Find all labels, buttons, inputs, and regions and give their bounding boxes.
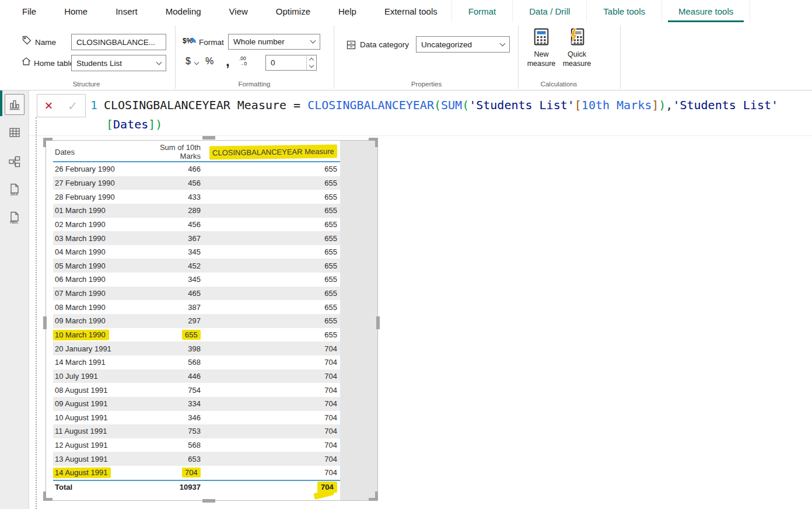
table-row[interactable]: 26 February 1990466655 — [53, 162, 340, 176]
dax-token: [ — [106, 117, 113, 131]
comma-icon[interactable]: , — [226, 53, 230, 69]
table-row[interactable]: 07 March 1990465655 — [53, 287, 340, 301]
table-cell: 456 — [152, 220, 202, 229]
resize-handle-bottom-right[interactable] — [369, 491, 378, 501]
tab-measure-tools[interactable]: Measure tools — [662, 0, 750, 22]
table-row[interactable]: 28 February 1990433655 — [53, 190, 340, 204]
table-cell: 433 — [152, 193, 202, 201]
table-row[interactable]: 12 August 1991568704 — [53, 438, 340, 452]
resize-handle-bottom[interactable] — [202, 499, 215, 503]
table-cell: 05 March 1990 — [53, 262, 152, 270]
currency-chevron-icon[interactable] — [194, 60, 199, 65]
table-row[interactable]: 13 August 1991653704 — [53, 452, 340, 466]
column-header-1[interactable]: Sum of 10th Marks — [152, 143, 202, 161]
table-row[interactable]: 14 March 1991568704 — [53, 355, 340, 369]
table-cell: 26 February 1990 — [53, 165, 152, 173]
table-row[interactable]: 11 August 1991753704 — [53, 424, 340, 438]
table-row[interactable]: 10 August 1991346704 — [53, 411, 340, 425]
tab-optimize[interactable]: Optimize — [262, 0, 324, 22]
dax-query-view-icon[interactable]: DAX — [8, 183, 22, 197]
dax-token: [ — [575, 98, 582, 112]
tab-insert[interactable]: Insert — [102, 0, 152, 22]
table-visual[interactable]: DatesSum of 10th MarksCLOSINGBALANCEYEAR… — [46, 140, 378, 501]
dax-token: 'Students List' — [673, 98, 778, 112]
highlight-marker: 655 — [182, 330, 201, 340]
formula-bar[interactable]: × ✓ 1CLOSINGBALANCEYEAR Measure = CLOSIN… — [29, 90, 812, 136]
tab-data-drill[interactable]: Data / Drill — [512, 0, 586, 22]
table-row[interactable]: 02 March 1990456655 — [53, 218, 340, 232]
table-cell: 07 March 1990 — [53, 289, 152, 298]
resize-handle-right[interactable] — [376, 316, 380, 329]
table-row[interactable]: 03 March 1990367655 — [53, 231, 340, 245]
cancel-icon[interactable]: × — [45, 99, 53, 113]
table-cell: 12 August 1991 — [53, 441, 152, 449]
table-row[interactable]: 10 July 1991446704 — [53, 369, 340, 384]
tab-format[interactable]: Format — [452, 0, 513, 22]
tab-view[interactable]: View — [215, 0, 262, 22]
model-view-icon[interactable] — [8, 155, 22, 169]
dax-formula[interactable]: 1CLOSINGBALANCEYEAR Measure = CLOSINGBAL… — [90, 96, 806, 134]
quick-measure-button[interactable]: Quickmeasure — [558, 28, 596, 68]
currency-icon[interactable]: $ — [186, 56, 191, 67]
measure-name-input[interactable] — [71, 34, 166, 50]
decimal-stepper[interactable]: 0 — [265, 55, 317, 71]
resize-handle-top-left[interactable] — [43, 138, 52, 147]
tmdl-view-icon[interactable]: TMDL — [8, 211, 22, 225]
column-header-2[interactable]: CLOSINGBALANCEYEAR Measure — [202, 145, 340, 159]
resize-handle-top-right[interactable] — [369, 138, 378, 147]
tab-home[interactable]: Home — [50, 0, 102, 22]
data-category-icon — [346, 40, 356, 50]
table-row[interactable]: 09 August 1991334704 — [53, 397, 340, 411]
new-measure-button[interactable]: Newmeasure — [523, 28, 560, 68]
resize-handle-bottom-left[interactable] — [43, 491, 52, 501]
decimal-places-icon[interactable]: .00→0 — [239, 56, 247, 67]
table-row[interactable]: 14 August 1991704704 — [53, 466, 340, 480]
table-cell: 345 — [152, 247, 202, 256]
stepper-down-icon[interactable] — [307, 63, 316, 71]
table-row[interactable]: 27 February 1990456655 — [53, 176, 340, 190]
tab-table-tools[interactable]: Table tools — [586, 0, 662, 22]
stepper-up-icon[interactable] — [307, 55, 316, 63]
table-cell: 289 — [152, 206, 202, 215]
home-table-select[interactable]: Students List — [71, 55, 166, 71]
table-cell: 655 — [202, 234, 340, 243]
tag-icon — [22, 35, 32, 46]
table-row[interactable]: 08 March 1990387655 — [53, 300, 340, 314]
format-select[interactable]: Whole number — [228, 34, 320, 50]
table-cell: Total — [53, 483, 152, 491]
tab-file[interactable]: File — [8, 0, 50, 22]
svg-text:TMDL: TMDL — [10, 221, 19, 224]
tab-external-tools[interactable]: External tools — [370, 0, 452, 22]
table-cell: 653 — [152, 455, 202, 463]
table-row[interactable]: 06 March 1990345655 — [53, 273, 340, 287]
resize-handle-top[interactable] — [202, 136, 215, 140]
table-cell: 655 — [202, 316, 340, 325]
table-row[interactable]: 01 March 1990289655 — [53, 204, 340, 218]
table-cell: 753 — [152, 427, 202, 435]
quick-measure-icon — [569, 28, 584, 47]
report-view-icon[interactable] — [8, 97, 22, 111]
table-cell: 655 — [202, 206, 340, 215]
table-row[interactable]: 09 March 1990297655 — [53, 314, 340, 328]
data-category-select[interactable]: Uncategorized — [416, 36, 510, 53]
resize-handle-left[interactable] — [43, 316, 47, 329]
dax-token: ) — [155, 117, 162, 131]
table-row[interactable]: 10 March 1990655655 — [53, 328, 340, 342]
format-label: Format — [199, 38, 224, 47]
table-row[interactable]: 20 January 1991398704 — [53, 341, 340, 355]
table-row[interactable]: 05 March 1990452655 — [53, 259, 340, 273]
table-view-icon[interactable] — [8, 125, 22, 140]
table-row[interactable]: 04 March 1990345655 — [53, 245, 340, 259]
dax-token: Dates — [113, 117, 148, 131]
highlight-marker: 10 March 1990 — [53, 329, 109, 340]
table-cell: 655 — [202, 179, 340, 187]
table-row[interactable]: 08 August 1991754704 — [53, 383, 340, 397]
table-cell: 452 — [152, 262, 202, 270]
tab-help[interactable]: Help — [324, 0, 370, 22]
table-cell: 704 — [202, 386, 340, 395]
table-cell: 08 August 1991 — [53, 386, 152, 395]
column-header-0[interactable]: Dates — [53, 148, 152, 156]
tab-modeling[interactable]: Modeling — [152, 0, 215, 22]
commit-icon[interactable]: ✓ — [68, 100, 78, 112]
percent-icon[interactable]: % — [205, 56, 214, 67]
